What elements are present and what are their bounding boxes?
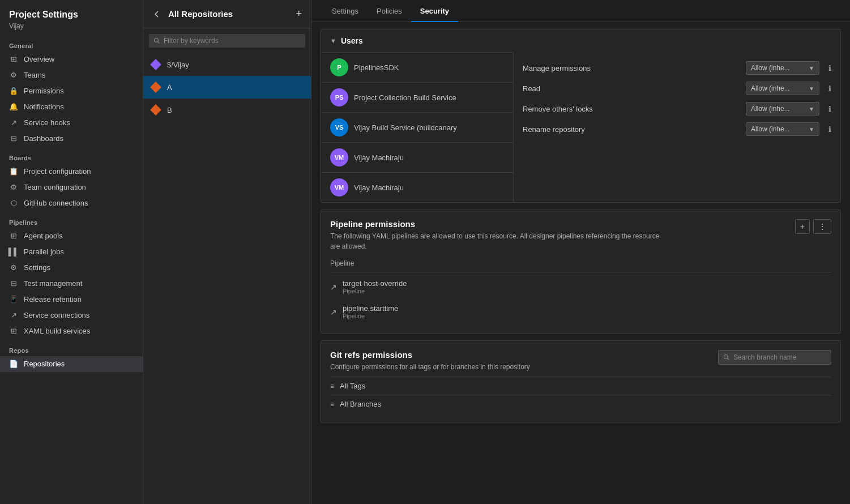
permission-select-read[interactable]: Allow (inhe... ▼ — [746, 82, 819, 95]
git-ref-item-all-branches[interactable]: ≡ All Branches — [330, 395, 831, 413]
chevron-down-icon-remove-locks: ▼ — [809, 106, 814, 112]
test-icon: ⊟ — [9, 279, 18, 288]
sidebar-item-settings[interactable]: ⚙ Settings — [0, 260, 143, 276]
branch-search-input[interactable] — [733, 353, 818, 361]
repo-label-vijay: $/Vijay — [167, 61, 189, 69]
pipeline-item-target-host[interactable]: ↗ target-host-override Pipeline — [330, 275, 831, 300]
tab-policies[interactable]: Policies — [368, 0, 411, 22]
pipeline-info-1: target-host-override Pipeline — [343, 279, 407, 294]
sidebar-item-xaml[interactable]: ⊞ XAML build services — [0, 323, 143, 339]
sidebar-item-repositories[interactable]: 📄 Repositories — [0, 356, 143, 372]
permission-row-rename: Rename repository Allow (inhe... ▼ ℹ — [514, 119, 840, 139]
sidebar-label-notifications: Notifications — [24, 102, 134, 111]
repo-item-b[interactable]: B — [143, 99, 311, 121]
tab-settings[interactable]: Settings — [323, 0, 368, 22]
pipeline-permissions-section: Pipeline permissions The following YAML … — [321, 210, 841, 334]
sidebar-header: Project Settings Vijay — [0, 0, 143, 35]
avatar-project-collection: PS — [330, 88, 348, 106]
svg-point-0 — [155, 39, 159, 42]
sidebar-label-github: GitHub connections — [24, 199, 134, 207]
pipeline-section-text: Pipeline permissions The following YAML … — [330, 219, 670, 251]
user-info-project-collection: PS Project Collection Build Service — [321, 83, 513, 112]
sidebar-item-github[interactable]: ⬡ GitHub connections — [0, 195, 143, 211]
sidebar-item-team-config[interactable]: ⚙ Team configuration — [0, 180, 143, 195]
sidebar-item-release-retention[interactable]: 📱 Release retention — [0, 292, 143, 307]
users-title: Users — [341, 36, 363, 45]
sidebar-item-teams[interactable]: ⚙ Teams — [0, 67, 143, 83]
tab-security[interactable]: Security — [411, 0, 458, 22]
user-row-vijay-machiraju1[interactable]: VM Vijay Machiraju — [321, 142, 513, 172]
chevron-down-icon-read: ▼ — [809, 86, 814, 92]
user-row-project-collection[interactable]: PS Project Collection Build Service — [321, 82, 513, 112]
repo-item-a[interactable]: A — [143, 76, 311, 99]
add-pipeline-button[interactable]: + — [795, 219, 810, 234]
middle-panel: All Repositories + $/Vijay A B — [143, 0, 311, 504]
info-icon-remove-locks[interactable]: ℹ — [828, 105, 831, 113]
back-button[interactable] — [151, 8, 163, 20]
service-icon: ↗ — [9, 311, 18, 320]
sidebar-item-parallel-jobs[interactable]: ▌▌ Parallel jobs — [0, 244, 143, 260]
release-icon: 📱 — [9, 295, 18, 304]
permission-row-read: Read Allow (inhe... ▼ ℹ — [514, 78, 840, 99]
sidebar-item-agent-pools[interactable]: ⊞ Agent pools — [0, 228, 143, 244]
branches-icon: ≡ — [330, 400, 334, 408]
repo-item-vijay[interactable]: $/Vijay — [143, 53, 311, 76]
sidebar-item-test-management[interactable]: ⊟ Test management — [0, 276, 143, 292]
diamond-orange-icon-b — [150, 104, 161, 116]
sidebar: Project Settings Vijay General ⊞ Overvie… — [0, 0, 143, 504]
repo-filter-input[interactable] — [164, 37, 301, 45]
user-info-vijay-build: VS Vijay Build Service (buildcanary — [321, 113, 513, 142]
info-icon-manage[interactable]: ℹ — [828, 64, 831, 72]
sidebar-item-service-hooks[interactable]: ↗ Service hooks — [0, 115, 143, 131]
sidebar-section-boards: Boards — [0, 147, 143, 164]
sidebar-label-project-config: Project configuration — [24, 167, 134, 176]
git-ref-item-all-tags[interactable]: ≡ All Tags — [330, 377, 831, 395]
xaml-icon: ⊞ — [9, 327, 18, 336]
repo-search-box[interactable] — [149, 34, 305, 48]
git-ref-label-all-branches: All Branches — [340, 400, 381, 408]
permissions-panel: Manage permissions Allow (inhe... ▼ ℹ Re… — [514, 52, 840, 202]
repo-icon-a — [150, 82, 161, 93]
sidebar-item-project-config[interactable]: 📋 Project configuration — [0, 164, 143, 180]
dashboard-icon: ⊟ — [9, 134, 18, 143]
app-title: Project Settings — [9, 9, 134, 21]
branch-search-box[interactable] — [718, 350, 831, 365]
user-info-pipelinesdk: P PipelinesSDK — [321, 53, 513, 82]
git-refs-title: Git refs permissions — [330, 350, 530, 360]
users-section: ▼ Users P PipelinesSDK PS Project Collec… — [321, 29, 841, 203]
users-header[interactable]: ▼ Users — [321, 29, 840, 52]
chevron-down-icon: ▼ — [330, 37, 336, 44]
sidebar-item-service-connections[interactable]: ↗ Service connections — [0, 307, 143, 323]
user-row-vijay-build[interactable]: VS Vijay Build Service (buildcanary — [321, 112, 513, 142]
sidebar-section-repos: Repos — [0, 339, 143, 356]
permission-select-rename[interactable]: Allow (inhe... ▼ — [746, 122, 819, 136]
permission-select-remove-locks[interactable]: Allow (inhe... ▼ — [746, 102, 819, 116]
sidebar-item-notifications[interactable]: 🔔 Notifications — [0, 99, 143, 115]
info-icon-rename[interactable]: ℹ — [828, 125, 831, 134]
permission-value-read: Allow (inhe... — [751, 84, 790, 92]
pipeline-name-2: pipeline.starttime — [343, 304, 398, 313]
git-refs-text: Git refs permissions Configure permissio… — [330, 350, 530, 372]
lock-icon: 🔒 — [9, 87, 18, 96]
info-icon-read[interactable]: ℹ — [828, 84, 831, 93]
sidebar-item-permissions[interactable]: 🔒 Permissions — [0, 83, 143, 99]
add-repo-button[interactable]: + — [294, 7, 303, 21]
sidebar-label-repositories: Repositories — [24, 360, 134, 368]
permission-select-manage[interactable]: Allow (inhe... ▼ — [746, 61, 819, 75]
sidebar-item-dashboards[interactable]: ⊟ Dashboards — [0, 131, 143, 147]
pipeline-section-header: Pipeline permissions The following YAML … — [330, 219, 831, 251]
parallel-icon: ▌▌ — [9, 247, 18, 257]
permission-label-read: Read — [523, 84, 739, 93]
tags-icon: ≡ — [330, 382, 334, 390]
pipeline-type-2: Pipeline — [343, 313, 398, 319]
repo-icon-b — [150, 104, 161, 116]
repo-icon: 📄 — [9, 360, 18, 369]
svg-line-1 — [158, 42, 160, 44]
pipeline-item-starttime[interactable]: ↗ pipeline.starttime Pipeline — [330, 300, 831, 324]
chevron-down-icon-rename: ▼ — [809, 126, 814, 133]
sidebar-item-overview[interactable]: ⊞ Overview — [0, 52, 143, 67]
users-content: P PipelinesSDK PS Project Collection Bui… — [321, 52, 840, 202]
user-row-vijay-machiraju2[interactable]: VM Vijay Machiraju — [321, 172, 513, 202]
user-row-pipelinesdk[interactable]: P PipelinesSDK — [321, 52, 513, 82]
more-pipeline-button[interactable]: ⋮ — [813, 219, 831, 234]
